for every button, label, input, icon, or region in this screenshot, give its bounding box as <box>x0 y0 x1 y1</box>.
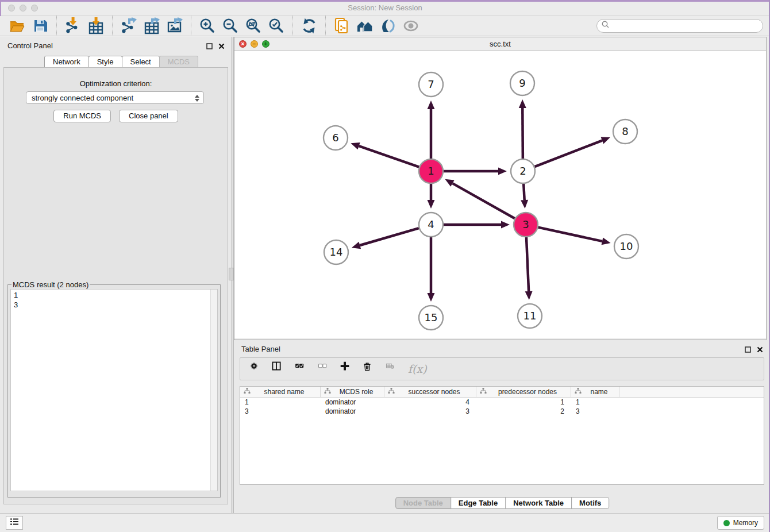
column-header-MCDS-role[interactable]: MCDS role <box>321 387 384 397</box>
graph-edge-2-8[interactable] <box>535 137 610 167</box>
graph-edge-3-1[interactable] <box>445 179 514 218</box>
graph-edge-1-2[interactable] <box>444 168 507 175</box>
table-cell[interactable]: dominator <box>321 407 384 416</box>
graph-node-15[interactable]: 15 <box>419 306 443 330</box>
graph-edge-2-3[interactable] <box>521 184 528 209</box>
graph-edge-1-7[interactable] <box>428 101 435 159</box>
zoom-in-button[interactable] <box>196 16 219 36</box>
svg-text:4: 4 <box>428 218 434 230</box>
import-network-button[interactable] <box>61 16 84 36</box>
export-table-button[interactable] <box>140 16 163 36</box>
close-panel-button[interactable]: Close panel <box>119 110 178 122</box>
table-cell[interactable]: 4 <box>384 398 476 407</box>
search-box[interactable] <box>596 19 763 33</box>
graph-node-6[interactable]: 6 <box>324 126 348 150</box>
search-input[interactable] <box>610 21 763 31</box>
graph-node-3[interactable]: 3 <box>514 213 538 237</box>
zoom-selected-button[interactable] <box>265 16 288 36</box>
table-cell[interactable]: 1 <box>476 398 571 407</box>
select-all-button[interactable] <box>294 362 307 376</box>
export-image-button[interactable] <box>163 16 186 36</box>
float-panel-icon[interactable] <box>206 41 213 52</box>
zoom-fit-button[interactable] <box>242 16 265 36</box>
refresh-button[interactable] <box>298 16 321 36</box>
mcds-result-box[interactable]: 1 3 <box>10 289 218 491</box>
svg-text:14: 14 <box>330 246 343 258</box>
svg-text:9: 9 <box>519 77 525 89</box>
graph-edge-3-10[interactable] <box>538 228 610 245</box>
tab-select[interactable]: Select <box>122 56 160 68</box>
table-row[interactable]: 1dominator411 <box>240 398 764 407</box>
tab-edge-table[interactable]: Edge Table <box>451 497 506 509</box>
graph-node-11[interactable]: 11 <box>518 304 542 328</box>
close-table-panel-icon[interactable] <box>757 345 763 355</box>
table-cell[interactable]: dominator <box>321 398 384 407</box>
graph-edge-1-6[interactable] <box>351 142 419 167</box>
memory-button[interactable]: Memory <box>717 516 764 530</box>
graph-node-8[interactable]: 8 <box>613 119 637 144</box>
memory-label: Memory <box>733 519 758 527</box>
column-header-predecessor-nodes[interactable]: predecessor nodes <box>476 387 571 397</box>
status-bar: Memory <box>0 513 770 532</box>
tab-motifs[interactable]: Motifs <box>571 497 609 509</box>
graph-node-9[interactable]: 9 <box>510 71 534 95</box>
criterion-dropdown[interactable]: strongly connected component <box>26 91 204 104</box>
clone-network-button[interactable] <box>330 16 353 36</box>
float-table-panel-icon[interactable] <box>745 345 751 355</box>
column-header-shared-name[interactable]: shared name <box>240 387 321 397</box>
table-cell[interactable]: 3 <box>240 407 321 416</box>
network-window-titlebar[interactable]: × − + scc.txt <box>234 37 766 51</box>
delete-table-icon <box>385 362 398 376</box>
graph-node-7[interactable]: 7 <box>419 72 443 97</box>
graph-edge-3-11[interactable] <box>525 237 533 300</box>
open-session-button[interactable] <box>6 16 29 36</box>
svg-text:8: 8 <box>622 125 628 137</box>
close-panel-icon[interactable] <box>218 41 225 52</box>
graph-node-4[interactable]: 4 <box>419 213 443 237</box>
show-status-list-button[interactable] <box>6 516 23 530</box>
graph-edge-1-4[interactable] <box>428 184 435 209</box>
column-header-name[interactable]: name <box>571 387 619 397</box>
settings-icon <box>249 361 262 376</box>
tab-network[interactable]: Network <box>44 56 89 68</box>
run-mcds-button[interactable]: Run MCDS <box>53 110 111 122</box>
network-graph[interactable]: 1234678910111415 <box>234 51 766 338</box>
column-header-successor-nodes[interactable]: successor nodes <box>384 387 476 397</box>
table-cell[interactable]: 3 <box>571 407 619 416</box>
graph-node-14[interactable]: 14 <box>324 240 348 264</box>
table-cell[interactable]: 3 <box>384 407 476 416</box>
show-details-button[interactable] <box>353 16 376 36</box>
graph-edge-4-3[interactable] <box>444 221 510 229</box>
settings-button[interactable] <box>249 361 262 376</box>
graph-node-10[interactable]: 10 <box>614 234 638 259</box>
import-table-button[interactable] <box>84 16 107 36</box>
save-session-button[interactable] <box>29 16 52 36</box>
network-canvas[interactable]: 1234678910111415 <box>234 51 766 338</box>
add-row-button[interactable] <box>340 361 353 376</box>
table-cell[interactable]: 2 <box>476 407 571 416</box>
deselect-all-button[interactable] <box>317 362 330 376</box>
graph-node-2[interactable]: 2 <box>511 159 535 183</box>
svg-text:6: 6 <box>332 132 338 144</box>
tab-network-table[interactable]: Network Table <box>505 497 572 509</box>
tab-node-table[interactable]: Node Table <box>395 497 451 509</box>
hide-graphics-button[interactable] <box>376 16 399 36</box>
graph-edge-4-14[interactable] <box>352 228 419 249</box>
delete-row-button[interactable] <box>363 361 375 377</box>
result-scrollbar[interactable] <box>210 290 217 491</box>
table-panel-title: Table Panel <box>241 345 280 353</box>
graph-edge-2-9[interactable] <box>519 99 526 159</box>
export-network-button[interactable] <box>117 16 140 36</box>
zoom-selected-icon <box>268 17 285 34</box>
table-cell[interactable]: 1 <box>571 398 619 407</box>
graph-edge-4-15[interactable] <box>428 237 435 302</box>
zoom-out-button[interactable] <box>219 16 242 36</box>
graph-node-1[interactable]: 1 <box>419 159 443 183</box>
tab-mcds[interactable]: MCDS <box>159 56 198 68</box>
tab-style[interactable]: Style <box>88 56 122 68</box>
table-row[interactable]: 3dominator323 <box>240 407 764 416</box>
panel-splitter-grip[interactable] <box>229 268 234 280</box>
sort-hierarchy-icon <box>388 388 395 396</box>
column-view-button[interactable] <box>272 361 284 376</box>
table-cell[interactable]: 1 <box>240 398 321 407</box>
